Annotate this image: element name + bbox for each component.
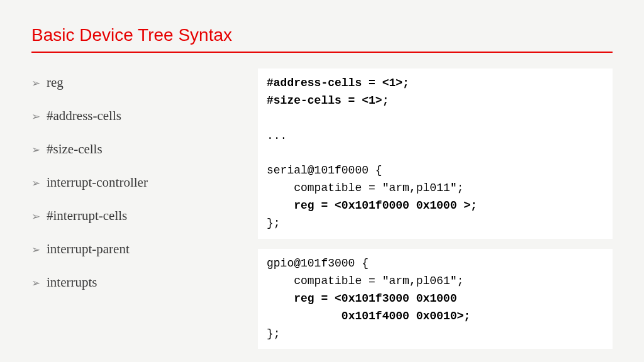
code-line: #size-cells = <1>; — [267, 94, 389, 107]
code-line: ... — [267, 129, 287, 142]
bullet-text: #size-cells — [47, 141, 103, 157]
bullet-item: ➢ interrupt-parent — [31, 241, 233, 257]
code-block-1: #address-cells = <1>; #size-cells = <1>;… — [258, 69, 613, 239]
bullet-text: reg — [47, 75, 64, 90]
code-line: }; — [267, 217, 280, 229]
code-line — [267, 292, 294, 305]
slide-title: Basic Device Tree Syntax — [31, 25, 613, 53]
code-line-bold: reg = <0x101f0000 0x1000 >; — [294, 199, 477, 212]
code-line — [267, 199, 294, 212]
bullet-text: #address-cells — [47, 108, 121, 124]
chevron-right-icon: ➢ — [31, 210, 40, 223]
bullet-text: interrupt-parent — [47, 241, 130, 257]
code-line: serial@101f0000 { — [267, 164, 382, 177]
bullet-item: ➢ interrupts — [31, 275, 233, 290]
code-line: gpio@101f3000 { — [267, 257, 369, 270]
code-area: #address-cells = <1>; #size-cells = <1>;… — [258, 69, 613, 359]
code-line: #address-cells = <1>; — [267, 77, 409, 89]
code-line: compatible = "arm,pl061"; — [267, 275, 464, 287]
code-line: }; — [267, 327, 280, 340]
bullet-text: #interrupt-cells — [47, 208, 127, 224]
chevron-right-icon: ➢ — [31, 277, 40, 290]
code-line-bold: 0x101f4000 0x0010>; — [341, 310, 470, 322]
chevron-right-icon: ➢ — [31, 110, 40, 123]
chevron-right-icon: ➢ — [31, 243, 40, 256]
bullet-text: interrupts — [47, 275, 97, 290]
chevron-right-icon: ➢ — [31, 77, 40, 90]
bullet-item: ➢ interrupt-controller — [31, 175, 233, 190]
bullet-item: ➢ #address-cells — [31, 108, 233, 124]
bullet-item: ➢ reg — [31, 75, 233, 90]
bullet-item: ➢ #size-cells — [31, 141, 233, 157]
chevron-right-icon: ➢ — [31, 143, 40, 156]
bullet-list: ➢ reg ➢ #address-cells ➢ #size-cells ➢ i… — [31, 69, 233, 359]
content-area: ➢ reg ➢ #address-cells ➢ #size-cells ➢ i… — [31, 69, 613, 359]
chevron-right-icon: ➢ — [31, 177, 40, 190]
bullet-item: ➢ #interrupt-cells — [31, 208, 233, 224]
code-line-bold — [267, 310, 341, 322]
code-line-bold: reg = <0x101f3000 0x1000 — [294, 292, 457, 305]
code-line: compatible = "arm,pl011"; — [267, 182, 464, 194]
bullet-text: interrupt-controller — [47, 175, 148, 190]
code-block-2: gpio@101f3000 { compatible = "arm,pl061"… — [258, 249, 613, 349]
